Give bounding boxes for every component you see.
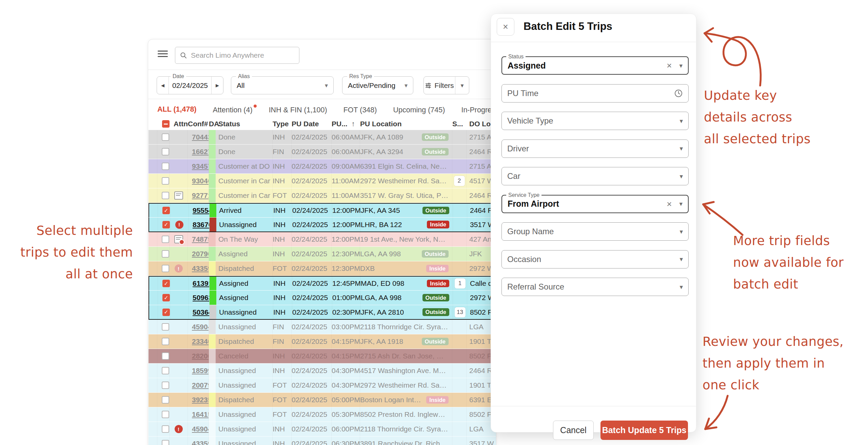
filters-button[interactable]: Filters xyxy=(424,77,455,94)
field-referral-source[interactable]: Referral Source × ▾ xyxy=(501,278,689,296)
conf-number-link[interactable]: 18599 xyxy=(192,367,209,375)
row-checkbox[interactable] xyxy=(162,382,169,389)
select-all-checkbox[interactable] xyxy=(162,120,170,128)
table-row[interactable]: ! 45904 Unassigned INH 02/24/2025 06:00P… xyxy=(149,422,496,437)
global-search[interactable] xyxy=(175,47,299,64)
table-row[interactable]: 74875 On The Way INH 02/24/2025 12:00PM … xyxy=(149,232,496,247)
field-pu-time[interactable]: PU Time × ▾ xyxy=(501,84,689,103)
conf-number-link[interactable]: 45904 xyxy=(192,323,209,331)
conf-number-link[interactable]: 50963 xyxy=(193,294,210,302)
res-type-select[interactable]: Res Type Active/Pending ▾ xyxy=(342,76,413,94)
table-row[interactable]: 16415 Unassigned FOT 02/24/2025 05:30PM … xyxy=(149,407,496,422)
table-row[interactable]: 20079 Unassigned FOT 02/24/2025 04:30PM … xyxy=(149,378,496,393)
table-row[interactable]: ✓ 95554 Arrived INH 02/24/2025 12:00PM J… xyxy=(149,203,496,218)
close-icon[interactable]: × xyxy=(497,18,514,36)
row-checkbox[interactable] xyxy=(162,425,169,433)
col-pu-time[interactable]: PU... ↑ xyxy=(332,120,360,128)
table-row[interactable]: 43359 Unassigned INH 02/24/2025 06:30PM … xyxy=(149,437,496,445)
conf-number-link[interactable]: 93046 xyxy=(192,177,209,185)
table-row[interactable]: 93457 Customer at DO INH 02/24/2025 09:0… xyxy=(149,159,496,174)
conf-number-link[interactable]: 74875 xyxy=(192,235,209,243)
row-checkbox[interactable]: ✓ xyxy=(162,309,170,316)
row-checkbox[interactable] xyxy=(162,133,169,141)
driver-availability-stripe xyxy=(209,145,216,159)
conf-number-link[interactable]: 20079 xyxy=(192,381,209,389)
row-checkbox[interactable]: ✓ xyxy=(162,280,170,287)
filters-split-button[interactable]: Filters ▾ xyxy=(423,76,469,94)
table-row[interactable]: 70443 Done INH 02/24/2025 06:00AM JFK, A… xyxy=(149,130,496,145)
field-occasion[interactable]: Occasion × ▾ xyxy=(501,250,689,268)
tab-all[interactable]: ALL (1,478) xyxy=(157,101,197,120)
row-checkbox[interactable] xyxy=(162,192,169,199)
table-row[interactable]: ✓ 50963 Assigned INH 02/24/2025 01:00PM … xyxy=(149,291,496,305)
conf-number-link[interactable]: 43359 xyxy=(192,264,209,273)
conf-number-link[interactable]: 16627 xyxy=(192,148,209,156)
date-prev-button[interactable]: ◀ xyxy=(157,77,169,94)
table-row[interactable]: 93046 Customer in Car INH 02/24/2025 11:… xyxy=(149,174,496,188)
row-checkbox[interactable] xyxy=(162,411,169,418)
table-row[interactable]: 39235 Dispatched FOT 02/24/2025 05:00PM … xyxy=(149,393,496,407)
conf-number-link[interactable]: 45904 xyxy=(192,425,209,433)
table-row[interactable]: 28200 Canceled INH 02/24/2025 04:15PM 27… xyxy=(149,349,496,364)
sort-asc-icon[interactable]: ↑ xyxy=(351,120,355,128)
row-checkbox[interactable]: ✓ xyxy=(162,207,170,214)
table-row[interactable]: 45904 Unassigned FIN 02/24/2025 03:00PM … xyxy=(149,320,496,334)
menu-icon[interactable] xyxy=(158,51,168,58)
conf-number-link[interactable]: 50364 xyxy=(193,308,210,316)
tab-attention[interactable]: Attention (4) xyxy=(212,102,253,119)
search-input[interactable] xyxy=(190,51,294,60)
filters-dropdown-arrow[interactable]: ▾ xyxy=(455,77,469,94)
row-checkbox[interactable] xyxy=(162,236,169,243)
table-row[interactable]: 23340 Dispatched FIN 02/24/2025 04:15PM … xyxy=(149,334,496,349)
clear-icon[interactable]: × xyxy=(667,61,672,70)
date-next-button[interactable]: ▶ xyxy=(212,77,223,94)
field-driver[interactable]: Driver × ▾ xyxy=(501,140,689,158)
conf-number-link[interactable]: 43359 xyxy=(192,440,209,445)
row-checkbox[interactable] xyxy=(162,148,169,155)
row-checkbox[interactable] xyxy=(162,265,169,272)
table-row[interactable]: 20796 Assigned INH 02/24/2025 12:30PM LG… xyxy=(149,247,496,261)
alias-select[interactable]: Alias All ▾ xyxy=(231,76,334,94)
table-row[interactable]: ! 43359 Dispatched FOT 02/24/2025 12:30P… xyxy=(149,261,496,276)
conf-number-link[interactable]: 61391 xyxy=(193,279,210,288)
table-row[interactable]: ✓ 61391 Assigned INH 02/24/2025 12:45PM … xyxy=(149,276,496,291)
field-group-name[interactable]: Group Name × ▾ xyxy=(501,222,689,241)
field-status[interactable]: Status Assigned × ▾ xyxy=(501,56,689,75)
conf-number-link[interactable]: 20796 xyxy=(192,250,209,258)
table-row[interactable]: 92771 Customer in Car FOT 02/24/2025 11:… xyxy=(149,188,496,203)
row-checkbox[interactable] xyxy=(162,440,169,445)
tab-upcoming[interactable]: Upcoming (745) xyxy=(392,102,446,119)
tab-inh-fin[interactable]: INH & FIN (1,100) xyxy=(268,102,328,119)
field-vehicle-type[interactable]: Vehicle Type × ▾ xyxy=(501,112,689,130)
cancel-button[interactable]: Cancel xyxy=(553,421,594,440)
row-checkbox[interactable]: ✓ xyxy=(162,221,170,228)
row-checkbox[interactable] xyxy=(162,163,169,170)
field-service-type[interactable]: Service Type From Airport × ▾ xyxy=(501,195,689,213)
tab-fot[interactable]: FOT (348) xyxy=(343,102,378,119)
table-row[interactable]: ✓ 50364 Unassigned INH 02/24/2025 02:30P… xyxy=(149,305,496,320)
date-filter[interactable]: Date ◀ 02/24/2025 ▶ xyxy=(157,76,223,94)
conf-number-link[interactable]: 93457 xyxy=(192,162,209,170)
conf-number-link[interactable]: 92771 xyxy=(192,191,209,200)
conf-number-link[interactable]: 70443 xyxy=(192,133,209,141)
clear-icon[interactable]: × xyxy=(667,200,672,208)
row-checkbox[interactable]: ✓ xyxy=(162,294,170,301)
field-car[interactable]: Car × ▾ xyxy=(501,167,689,185)
batch-update-button[interactable]: Batch Update 5 Trips xyxy=(600,421,688,440)
table-row[interactable]: 16627 Done FIN 02/24/2025 06:00AM JFK, A… xyxy=(149,145,496,159)
row-checkbox[interactable] xyxy=(162,367,169,374)
conf-number-link[interactable]: 83676 xyxy=(193,221,210,229)
conf-number-link[interactable]: 28200 xyxy=(192,352,209,360)
conf-number-link[interactable]: 95554 xyxy=(193,206,210,215)
conf-number-link[interactable]: 39235 xyxy=(192,396,209,404)
row-checkbox[interactable] xyxy=(162,338,169,345)
row-checkbox[interactable] xyxy=(162,352,169,360)
row-checkbox[interactable] xyxy=(162,250,169,258)
conf-number-link[interactable]: 16415 xyxy=(192,410,209,419)
row-checkbox[interactable] xyxy=(162,323,169,331)
row-checkbox[interactable] xyxy=(162,396,169,404)
conf-number-link[interactable]: 23340 xyxy=(192,337,209,346)
table-row[interactable]: 18599 Unassigned INH 02/24/2025 04:30PM … xyxy=(149,364,496,378)
row-checkbox[interactable] xyxy=(162,177,169,185)
table-row[interactable]: ✓ ! 83676 Unassigned INH 02/24/2025 12:0… xyxy=(149,218,496,232)
